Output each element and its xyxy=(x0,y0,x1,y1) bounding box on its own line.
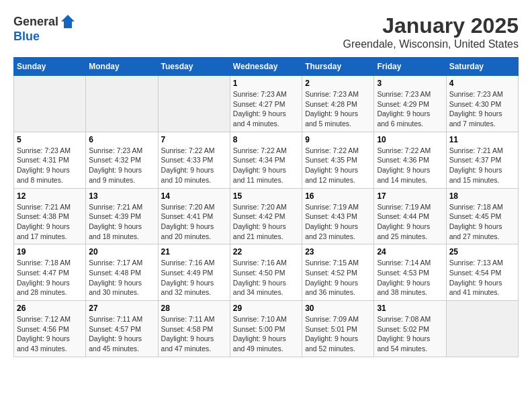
day-number: 18 xyxy=(449,191,515,201)
day-info: Sunrise: 7:16 AM Sunset: 4:50 PM Dayligh… xyxy=(233,258,299,298)
day-number: 23 xyxy=(305,247,371,257)
header-day-wednesday: Wednesday xyxy=(230,58,302,76)
title-block: January 2025 Greendale, Wisconsin, Unite… xyxy=(343,13,519,50)
calendar-week-3: 12Sunrise: 7:21 AM Sunset: 4:38 PM Dayli… xyxy=(14,188,519,244)
day-number: 21 xyxy=(161,247,227,257)
calendar-cell: 29Sunrise: 7:10 AM Sunset: 5:00 PM Dayli… xyxy=(230,301,302,357)
calendar-cell: 7Sunrise: 7:22 AM Sunset: 4:33 PM Daylig… xyxy=(158,132,230,188)
calendar-cell: 9Sunrise: 7:22 AM Sunset: 4:35 PM Daylig… xyxy=(302,132,374,188)
day-info: Sunrise: 7:19 AM Sunset: 4:44 PM Dayligh… xyxy=(377,202,443,242)
calendar-cell: 4Sunrise: 7:23 AM Sunset: 4:30 PM Daylig… xyxy=(446,76,518,132)
day-number: 15 xyxy=(233,191,299,201)
calendar-cell: 11Sunrise: 7:21 AM Sunset: 4:37 PM Dayli… xyxy=(446,132,518,188)
calendar-cell: 26Sunrise: 7:12 AM Sunset: 4:56 PM Dayli… xyxy=(14,301,86,357)
day-info: Sunrise: 7:14 AM Sunset: 4:53 PM Dayligh… xyxy=(377,258,443,298)
day-info: Sunrise: 7:23 AM Sunset: 4:30 PM Dayligh… xyxy=(449,89,515,129)
day-number: 2 xyxy=(305,79,371,88)
calendar-cell xyxy=(158,76,230,132)
calendar-cell: 17Sunrise: 7:19 AM Sunset: 4:44 PM Dayli… xyxy=(374,188,446,244)
day-info: Sunrise: 7:21 AM Sunset: 4:38 PM Dayligh… xyxy=(17,202,83,242)
calendar-cell xyxy=(14,76,86,132)
day-info: Sunrise: 7:09 AM Sunset: 5:01 PM Dayligh… xyxy=(305,314,371,354)
day-number: 8 xyxy=(233,135,299,144)
day-number: 9 xyxy=(305,135,371,144)
day-number: 30 xyxy=(305,304,371,313)
day-number: 17 xyxy=(377,191,443,201)
day-info: Sunrise: 7:22 AM Sunset: 4:33 PM Dayligh… xyxy=(161,146,227,185)
day-number: 29 xyxy=(233,304,299,313)
day-number: 10 xyxy=(377,135,443,144)
day-info: Sunrise: 7:23 AM Sunset: 4:28 PM Dayligh… xyxy=(305,89,371,129)
day-info: Sunrise: 7:22 AM Sunset: 4:35 PM Dayligh… xyxy=(305,146,371,185)
calendar-cell: 1Sunrise: 7:23 AM Sunset: 4:27 PM Daylig… xyxy=(230,76,302,132)
calendar-cell xyxy=(86,76,158,132)
calendar-cell xyxy=(446,301,518,357)
day-number: 7 xyxy=(161,135,227,144)
day-info: Sunrise: 7:21 AM Sunset: 4:39 PM Dayligh… xyxy=(89,202,154,242)
header-day-friday: Friday xyxy=(374,58,446,76)
day-number: 28 xyxy=(161,304,227,313)
calendar-week-4: 19Sunrise: 7:18 AM Sunset: 4:47 PM Dayli… xyxy=(14,244,519,301)
day-number: 5 xyxy=(17,135,83,144)
calendar-week-5: 26Sunrise: 7:12 AM Sunset: 4:56 PM Dayli… xyxy=(14,301,519,357)
day-info: Sunrise: 7:18 AM Sunset: 4:47 PM Dayligh… xyxy=(17,258,83,298)
calendar-cell: 19Sunrise: 7:18 AM Sunset: 4:47 PM Dayli… xyxy=(14,244,86,301)
day-number: 3 xyxy=(377,79,443,88)
logo-general: General xyxy=(13,15,58,29)
day-info: Sunrise: 7:16 AM Sunset: 4:49 PM Dayligh… xyxy=(161,258,227,298)
calendar-cell: 25Sunrise: 7:13 AM Sunset: 4:54 PM Dayli… xyxy=(446,244,518,301)
day-number: 1 xyxy=(233,79,299,88)
calendar-cell: 18Sunrise: 7:18 AM Sunset: 4:45 PM Dayli… xyxy=(446,188,518,244)
calendar-cell: 31Sunrise: 7:08 AM Sunset: 5:02 PM Dayli… xyxy=(374,301,446,357)
day-info: Sunrise: 7:23 AM Sunset: 4:31 PM Dayligh… xyxy=(17,146,83,185)
day-number: 31 xyxy=(377,304,443,313)
calendar-cell: 13Sunrise: 7:21 AM Sunset: 4:39 PM Dayli… xyxy=(86,188,158,244)
calendar-cell: 28Sunrise: 7:11 AM Sunset: 4:58 PM Dayli… xyxy=(158,301,230,357)
day-info: Sunrise: 7:23 AM Sunset: 4:32 PM Dayligh… xyxy=(89,146,154,185)
day-number: 27 xyxy=(89,304,154,313)
header-day-sunday: Sunday xyxy=(14,58,86,76)
day-number: 14 xyxy=(161,191,227,201)
logo: General Blue xyxy=(13,13,76,44)
calendar-week-1: 1Sunrise: 7:23 AM Sunset: 4:27 PM Daylig… xyxy=(14,76,519,132)
day-number: 22 xyxy=(233,247,299,257)
day-info: Sunrise: 7:22 AM Sunset: 4:34 PM Dayligh… xyxy=(233,146,299,185)
calendar-cell: 8Sunrise: 7:22 AM Sunset: 4:34 PM Daylig… xyxy=(230,132,302,188)
day-number: 19 xyxy=(17,247,83,257)
calendar-cell: 20Sunrise: 7:17 AM Sunset: 4:48 PM Dayli… xyxy=(86,244,158,301)
calendar-cell: 10Sunrise: 7:22 AM Sunset: 4:36 PM Dayli… xyxy=(374,132,446,188)
calendar-cell: 16Sunrise: 7:19 AM Sunset: 4:43 PM Dayli… xyxy=(302,188,374,244)
day-info: Sunrise: 7:22 AM Sunset: 4:36 PM Dayligh… xyxy=(377,146,443,185)
day-info: Sunrise: 7:08 AM Sunset: 5:02 PM Dayligh… xyxy=(377,314,443,354)
calendar-cell: 6Sunrise: 7:23 AM Sunset: 4:32 PM Daylig… xyxy=(86,132,158,188)
day-number: 11 xyxy=(449,135,515,144)
day-info: Sunrise: 7:19 AM Sunset: 4:43 PM Dayligh… xyxy=(305,202,371,242)
page-header: General Blue January 2025 Greendale, Wis… xyxy=(13,13,519,50)
calendar-cell: 23Sunrise: 7:15 AM Sunset: 4:52 PM Dayli… xyxy=(302,244,374,301)
calendar-table: SundayMondayTuesdayWednesdayThursdayFrid… xyxy=(13,57,519,357)
header-day-tuesday: Tuesday xyxy=(158,58,230,76)
day-info: Sunrise: 7:20 AM Sunset: 4:41 PM Dayligh… xyxy=(161,202,227,242)
day-info: Sunrise: 7:18 AM Sunset: 4:45 PM Dayligh… xyxy=(449,202,515,242)
page-subtitle: Greendale, Wisconsin, United States xyxy=(343,38,519,50)
calendar-cell: 5Sunrise: 7:23 AM Sunset: 4:31 PM Daylig… xyxy=(14,132,86,188)
day-info: Sunrise: 7:17 AM Sunset: 4:48 PM Dayligh… xyxy=(89,258,154,298)
day-info: Sunrise: 7:11 AM Sunset: 4:58 PM Dayligh… xyxy=(161,314,227,354)
day-info: Sunrise: 7:12 AM Sunset: 4:56 PM Dayligh… xyxy=(17,314,83,354)
calendar-cell: 3Sunrise: 7:23 AM Sunset: 4:29 PM Daylig… xyxy=(374,76,446,132)
calendar-cell: 12Sunrise: 7:21 AM Sunset: 4:38 PM Dayli… xyxy=(14,188,86,244)
day-number: 16 xyxy=(305,191,371,201)
day-number: 12 xyxy=(17,191,83,201)
page-title: January 2025 xyxy=(343,13,519,38)
day-number: 20 xyxy=(89,247,154,257)
calendar-cell: 21Sunrise: 7:16 AM Sunset: 4:49 PM Dayli… xyxy=(158,244,230,301)
header-day-thursday: Thursday xyxy=(302,58,374,76)
day-info: Sunrise: 7:21 AM Sunset: 4:37 PM Dayligh… xyxy=(449,146,515,185)
day-number: 4 xyxy=(449,79,515,88)
day-number: 24 xyxy=(377,247,443,257)
day-info: Sunrise: 7:15 AM Sunset: 4:52 PM Dayligh… xyxy=(305,258,371,298)
logo-icon xyxy=(60,13,76,30)
day-number: 6 xyxy=(89,135,154,144)
calendar-cell: 14Sunrise: 7:20 AM Sunset: 4:41 PM Dayli… xyxy=(158,188,230,244)
day-number: 25 xyxy=(449,247,515,257)
